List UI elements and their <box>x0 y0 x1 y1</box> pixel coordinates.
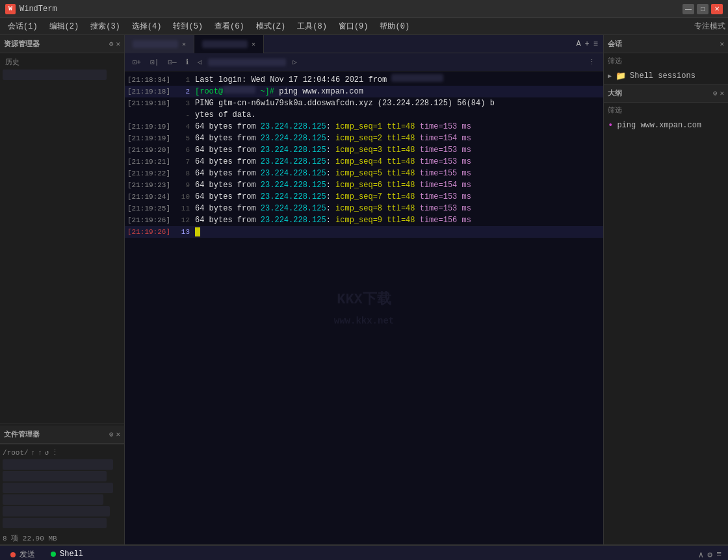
file-item-2[interactable] <box>3 471 107 481</box>
file-item-5[interactable] <box>3 506 110 516</box>
right-panel: 会话 ✕ 筛选 ▶ 📁 Shell sessions 大纲 ⚙ ✕ 筛选 • p… <box>603 35 728 544</box>
focus-mode-label[interactable]: 专注模式 <box>694 21 725 32</box>
term-line-6: [21:19:20] 6 64 bytes from 23.224.228.12… <box>125 144 603 156</box>
title-bar-controls[interactable]: — □ ✕ <box>682 4 723 14</box>
resource-manager-title: 资源管理器 <box>4 39 40 49</box>
resource-manager-header: 资源管理器 ⚙ ✕ <box>0 35 124 53</box>
menu-help[interactable]: 帮助(0) <box>374 19 415 33</box>
collapse-icon[interactable]: ∧ <box>699 550 704 560</box>
expand-icon[interactable]: ▶ <box>608 72 612 80</box>
toolbar-split-v[interactable]: ⊡| <box>148 57 161 68</box>
file-path: /root/ <box>3 449 29 457</box>
menu-edit[interactable]: 编辑(2) <box>44 19 84 33</box>
menu-window[interactable]: 窗口(9) <box>333 19 374 33</box>
line-num-3b: - <box>177 109 195 121</box>
shell-sessions-item[interactable]: ▶ 📁 Shell sessions <box>604 68 728 84</box>
line-num-1: 1 <box>177 74 195 86</box>
toolbar-split-h[interactable]: ⊡— <box>165 57 179 68</box>
toolbar-left[interactable]: ◁ <box>195 57 205 68</box>
tab-menu-icon[interactable]: ≡ <box>593 40 598 49</box>
tab-2-close[interactable]: ✕ <box>252 40 255 48</box>
close-button[interactable]: ✕ <box>711 4 723 14</box>
add-tab-icon[interactable]: + <box>585 40 590 49</box>
refresh-icon[interactable]: ↺ <box>45 448 49 457</box>
file-item-4[interactable] <box>3 494 103 505</box>
outline-section: 大纲 ⚙ ✕ 筛选 • ping www.xmpan.com <box>604 84 728 544</box>
outline-item-1[interactable]: • ping www.xmpan.com <box>604 118 728 133</box>
menu-view[interactable]: 查看(6) <box>209 19 250 33</box>
up-icon[interactable]: ↑ <box>31 449 36 457</box>
send-tab-label: 发送 <box>20 549 35 560</box>
close-icon-right[interactable]: ✕ <box>720 40 724 48</box>
outline-icons[interactable]: ⚙ ✕ <box>713 89 724 97</box>
close-icon[interactable]: ✕ <box>116 40 120 48</box>
line-num-7: 7 <box>177 156 195 168</box>
toolbar-new-tab[interactable]: ⊡+ <box>130 57 144 68</box>
line-num-4: 4 <box>177 121 195 133</box>
menu-icon[interactable]: ≡ <box>716 550 722 560</box>
menu-conversation[interactable]: 会话(1) <box>3 19 43 33</box>
line-content-13 <box>195 226 601 238</box>
term-line-4: [21:19:19] 4 64 bytes from 23.224.228.12… <box>125 121 603 133</box>
shell-tab[interactable]: Shell <box>43 546 91 561</box>
blurred-item-1[interactable] <box>3 70 107 80</box>
line-content-10: 64 bytes from 23.224.228.125: icmp_seq=7… <box>195 191 601 203</box>
menu-select[interactable]: 选择(4) <box>127 19 167 33</box>
tab-bar-controls: A + ≡ <box>576 40 603 49</box>
menu-tools[interactable]: 工具(8) <box>292 19 332 33</box>
menu-mode[interactable]: 模式(Z) <box>251 19 291 33</box>
tab-1[interactable]: ✕ <box>125 35 194 53</box>
line-time-12: [21:19:26] <box>127 214 177 226</box>
gear-icon[interactable]: ⚙ <box>109 40 114 48</box>
line-time-6: [21:19:20] <box>127 144 177 156</box>
up-icon-2[interactable]: ↑ <box>38 449 42 457</box>
line-time-1: [21:18:34] <box>127 74 177 86</box>
line-time-5: [21:19:19] <box>127 133 177 144</box>
line-content-11: 64 bytes from 23.224.228.125: icmp_seq=8… <box>195 203 601 214</box>
gear-icon-2[interactable]: ⚙ <box>109 430 114 439</box>
watermark-text-2: www.kkx.net <box>334 312 394 329</box>
line-content-4: 64 bytes from 23.224.228.125: icmp_seq=1… <box>195 121 601 133</box>
tab-letter-a: A <box>576 40 580 49</box>
settings-icon[interactable]: ⚙ <box>707 550 712 560</box>
term-line-12: [21:19:26] 12 64 bytes from 23.224.228.1… <box>125 214 603 226</box>
toolbar-more[interactable]: ⋮ <box>586 57 598 68</box>
term-line-2: [21:19:18] 2 [root@ ~]# ping www.xmpan.c… <box>125 86 603 97</box>
line-num-9: 9 <box>177 179 195 191</box>
shell-sessions-label: Shell sessions <box>630 71 696 81</box>
maximize-button[interactable]: □ <box>697 4 708 14</box>
resource-section: 历史 <box>0 53 124 422</box>
file-item-1[interactable] <box>3 459 113 470</box>
toolbar-info[interactable]: ℹ <box>183 57 191 68</box>
shell-dot <box>51 552 56 557</box>
center-area: ✕ ✕ A + ≡ ⊡+ ⊡| ⊡— ℹ ◁ ▷ ⋮ K <box>125 35 603 544</box>
menu-bar: 会话(1) 编辑(2) 搜索(3) 选择(4) 转到(5) 查看(6) 模式(Z… <box>0 18 728 35</box>
file-manager-icons[interactable]: ⚙ ✕ <box>109 430 120 439</box>
line-time-10: [21:19:24] <box>127 191 177 203</box>
term-line-8: [21:19:22] 8 64 bytes from 23.224.228.12… <box>125 168 603 179</box>
close-icon-2[interactable]: ✕ <box>116 430 120 439</box>
line-content-5: 64 bytes from 23.224.228.125: icmp_seq=2… <box>195 133 601 144</box>
menu-goto[interactable]: 转到(5) <box>168 19 208 33</box>
main-layout: 资源管理器 ⚙ ✕ 历史 文件管理器 ⚙ ✕ /root/ ↑ ↑ ↺ ⋮ <box>0 35 728 544</box>
file-item-3[interactable] <box>3 483 113 493</box>
bottom-tab-bar: 发送 Shell ∧ ⚙ ≡ <box>0 546 728 560</box>
line-content-3: PING gtm-cn-n6w1u79sk0a.ddoswafcdn.xyz (… <box>195 97 601 109</box>
minimize-button[interactable]: — <box>682 4 694 14</box>
file-item-6[interactable] <box>3 518 107 528</box>
tab-1-close[interactable]: ✕ <box>182 40 186 48</box>
conversation-icons[interactable]: ✕ <box>720 40 724 48</box>
close-icon-outline[interactable]: ✕ <box>720 89 724 97</box>
toolbar-path <box>208 58 286 66</box>
term-line-3: [21:19:18] 3 PING gtm-cn-n6w1u79sk0a.ddo… <box>125 97 603 109</box>
tab-2[interactable]: ✕ <box>194 35 264 53</box>
more-icon[interactable]: ⋮ <box>51 448 58 457</box>
gear-icon-outline[interactable]: ⚙ <box>713 89 718 97</box>
term-line-10: [21:19:24] 10 64 bytes from 23.224.228.1… <box>125 191 603 203</box>
send-tab[interactable]: 发送 <box>3 546 43 561</box>
toolbar-right[interactable]: ▷ <box>290 57 300 68</box>
term-line-13: [21:19:26] 13 <box>125 226 603 238</box>
menu-search[interactable]: 搜索(3) <box>85 19 125 33</box>
resource-manager-icons[interactable]: ⚙ ✕ <box>109 40 120 48</box>
line-content-12: 64 bytes from 23.224.228.125: icmp_seq=9… <box>195 214 601 226</box>
